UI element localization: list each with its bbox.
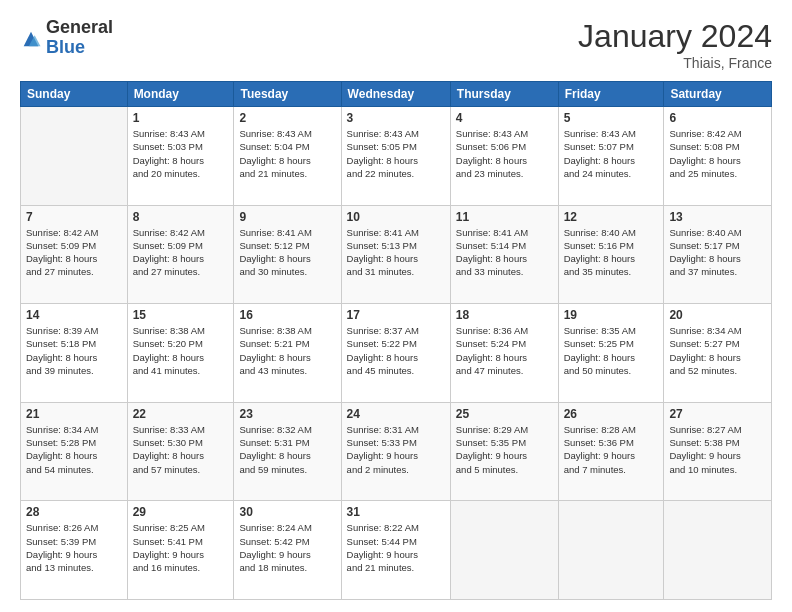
calendar-cell: 26Sunrise: 8:28 AM Sunset: 5:36 PM Dayli…: [558, 402, 664, 501]
day-info: Sunrise: 8:41 AM Sunset: 5:12 PM Dayligh…: [239, 226, 335, 279]
day-number: 11: [456, 210, 553, 224]
day-info: Sunrise: 8:32 AM Sunset: 5:31 PM Dayligh…: [239, 423, 335, 476]
day-info: Sunrise: 8:39 AM Sunset: 5:18 PM Dayligh…: [26, 324, 122, 377]
day-info: Sunrise: 8:34 AM Sunset: 5:28 PM Dayligh…: [26, 423, 122, 476]
calendar-cell: 7Sunrise: 8:42 AM Sunset: 5:09 PM Daylig…: [21, 205, 128, 304]
day-info: Sunrise: 8:40 AM Sunset: 5:16 PM Dayligh…: [564, 226, 659, 279]
col-thursday: Thursday: [450, 82, 558, 107]
day-number: 6: [669, 111, 766, 125]
header-row: Sunday Monday Tuesday Wednesday Thursday…: [21, 82, 772, 107]
day-info: Sunrise: 8:28 AM Sunset: 5:36 PM Dayligh…: [564, 423, 659, 476]
calendar-cell: 13Sunrise: 8:40 AM Sunset: 5:17 PM Dayli…: [664, 205, 772, 304]
day-number: 2: [239, 111, 335, 125]
calendar-cell: 1Sunrise: 8:43 AM Sunset: 5:03 PM Daylig…: [127, 107, 234, 206]
day-info: Sunrise: 8:41 AM Sunset: 5:13 PM Dayligh…: [347, 226, 445, 279]
day-number: 21: [26, 407, 122, 421]
calendar-cell: 24Sunrise: 8:31 AM Sunset: 5:33 PM Dayli…: [341, 402, 450, 501]
calendar-cell: 2Sunrise: 8:43 AM Sunset: 5:04 PM Daylig…: [234, 107, 341, 206]
day-number: 29: [133, 505, 229, 519]
day-number: 7: [26, 210, 122, 224]
calendar-cell: 30Sunrise: 8:24 AM Sunset: 5:42 PM Dayli…: [234, 501, 341, 600]
week-row: 14Sunrise: 8:39 AM Sunset: 5:18 PM Dayli…: [21, 304, 772, 403]
calendar-cell: 28Sunrise: 8:26 AM Sunset: 5:39 PM Dayli…: [21, 501, 128, 600]
calendar-cell: 31Sunrise: 8:22 AM Sunset: 5:44 PM Dayli…: [341, 501, 450, 600]
day-number: 8: [133, 210, 229, 224]
col-wednesday: Wednesday: [341, 82, 450, 107]
day-number: 16: [239, 308, 335, 322]
day-info: Sunrise: 8:38 AM Sunset: 5:20 PM Dayligh…: [133, 324, 229, 377]
calendar-cell: 19Sunrise: 8:35 AM Sunset: 5:25 PM Dayli…: [558, 304, 664, 403]
logo-icon: [20, 28, 42, 50]
day-info: Sunrise: 8:27 AM Sunset: 5:38 PM Dayligh…: [669, 423, 766, 476]
day-number: 10: [347, 210, 445, 224]
calendar-cell: 22Sunrise: 8:33 AM Sunset: 5:30 PM Dayli…: [127, 402, 234, 501]
calendar-cell: 18Sunrise: 8:36 AM Sunset: 5:24 PM Dayli…: [450, 304, 558, 403]
calendar-cell: 27Sunrise: 8:27 AM Sunset: 5:38 PM Dayli…: [664, 402, 772, 501]
calendar-table: Sunday Monday Tuesday Wednesday Thursday…: [20, 81, 772, 600]
calendar-cell: 15Sunrise: 8:38 AM Sunset: 5:20 PM Dayli…: [127, 304, 234, 403]
calendar-cell: 3Sunrise: 8:43 AM Sunset: 5:05 PM Daylig…: [341, 107, 450, 206]
col-saturday: Saturday: [664, 82, 772, 107]
calendar-cell: [558, 501, 664, 600]
day-number: 4: [456, 111, 553, 125]
day-number: 23: [239, 407, 335, 421]
day-number: 15: [133, 308, 229, 322]
week-row: 21Sunrise: 8:34 AM Sunset: 5:28 PM Dayli…: [21, 402, 772, 501]
day-info: Sunrise: 8:31 AM Sunset: 5:33 PM Dayligh…: [347, 423, 445, 476]
location: Thiais, France: [578, 55, 772, 71]
day-info: Sunrise: 8:34 AM Sunset: 5:27 PM Dayligh…: [669, 324, 766, 377]
day-number: 31: [347, 505, 445, 519]
day-number: 5: [564, 111, 659, 125]
day-number: 3: [347, 111, 445, 125]
title-block: January 2024 Thiais, France: [578, 18, 772, 71]
day-number: 30: [239, 505, 335, 519]
day-info: Sunrise: 8:25 AM Sunset: 5:41 PM Dayligh…: [133, 521, 229, 574]
day-info: Sunrise: 8:43 AM Sunset: 5:03 PM Dayligh…: [133, 127, 229, 180]
day-number: 28: [26, 505, 122, 519]
day-number: 18: [456, 308, 553, 322]
col-sunday: Sunday: [21, 82, 128, 107]
day-info: Sunrise: 8:22 AM Sunset: 5:44 PM Dayligh…: [347, 521, 445, 574]
calendar-cell: 10Sunrise: 8:41 AM Sunset: 5:13 PM Dayli…: [341, 205, 450, 304]
col-tuesday: Tuesday: [234, 82, 341, 107]
calendar-cell: 5Sunrise: 8:43 AM Sunset: 5:07 PM Daylig…: [558, 107, 664, 206]
day-info: Sunrise: 8:33 AM Sunset: 5:30 PM Dayligh…: [133, 423, 229, 476]
calendar-cell: 11Sunrise: 8:41 AM Sunset: 5:14 PM Dayli…: [450, 205, 558, 304]
calendar-cell: 23Sunrise: 8:32 AM Sunset: 5:31 PM Dayli…: [234, 402, 341, 501]
calendar-cell: 14Sunrise: 8:39 AM Sunset: 5:18 PM Dayli…: [21, 304, 128, 403]
day-info: Sunrise: 8:43 AM Sunset: 5:06 PM Dayligh…: [456, 127, 553, 180]
week-row: 28Sunrise: 8:26 AM Sunset: 5:39 PM Dayli…: [21, 501, 772, 600]
day-info: Sunrise: 8:38 AM Sunset: 5:21 PM Dayligh…: [239, 324, 335, 377]
header: General Blue January 2024 Thiais, France: [20, 18, 772, 71]
col-friday: Friday: [558, 82, 664, 107]
logo-text: General Blue: [46, 18, 113, 58]
day-number: 1: [133, 111, 229, 125]
week-row: 1Sunrise: 8:43 AM Sunset: 5:03 PM Daylig…: [21, 107, 772, 206]
logo-general-text: General: [46, 18, 113, 38]
day-info: Sunrise: 8:37 AM Sunset: 5:22 PM Dayligh…: [347, 324, 445, 377]
calendar-cell: 21Sunrise: 8:34 AM Sunset: 5:28 PM Dayli…: [21, 402, 128, 501]
day-number: 14: [26, 308, 122, 322]
day-number: 12: [564, 210, 659, 224]
calendar-cell: [21, 107, 128, 206]
calendar-cell: 25Sunrise: 8:29 AM Sunset: 5:35 PM Dayli…: [450, 402, 558, 501]
calendar-cell: 16Sunrise: 8:38 AM Sunset: 5:21 PM Dayli…: [234, 304, 341, 403]
day-info: Sunrise: 8:42 AM Sunset: 5:08 PM Dayligh…: [669, 127, 766, 180]
calendar-cell: 9Sunrise: 8:41 AM Sunset: 5:12 PM Daylig…: [234, 205, 341, 304]
calendar-cell: 17Sunrise: 8:37 AM Sunset: 5:22 PM Dayli…: [341, 304, 450, 403]
day-info: Sunrise: 8:35 AM Sunset: 5:25 PM Dayligh…: [564, 324, 659, 377]
col-monday: Monday: [127, 82, 234, 107]
calendar-cell: 29Sunrise: 8:25 AM Sunset: 5:41 PM Dayli…: [127, 501, 234, 600]
day-number: 13: [669, 210, 766, 224]
day-number: 22: [133, 407, 229, 421]
day-number: 24: [347, 407, 445, 421]
day-number: 19: [564, 308, 659, 322]
day-number: 20: [669, 308, 766, 322]
day-number: 25: [456, 407, 553, 421]
calendar-cell: 8Sunrise: 8:42 AM Sunset: 5:09 PM Daylig…: [127, 205, 234, 304]
day-number: 26: [564, 407, 659, 421]
logo: General Blue: [20, 18, 113, 58]
calendar-cell: 12Sunrise: 8:40 AM Sunset: 5:16 PM Dayli…: [558, 205, 664, 304]
day-info: Sunrise: 8:43 AM Sunset: 5:04 PM Dayligh…: [239, 127, 335, 180]
day-info: Sunrise: 8:29 AM Sunset: 5:35 PM Dayligh…: [456, 423, 553, 476]
